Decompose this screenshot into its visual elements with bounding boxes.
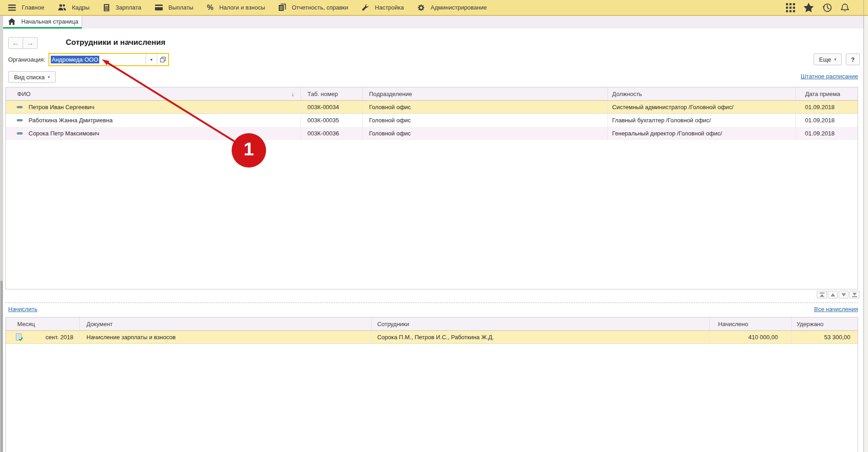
sort-descending-icon: ↓	[291, 91, 295, 97]
cell-fio: Работкина Жанна Дмитриевна	[6, 114, 301, 127]
menu-item-nastroyka[interactable]: Настройка	[362, 4, 404, 11]
cell-text: Сорока П.М., Петров И.С., Работкина Ж.Д.	[377, 334, 494, 341]
forward-button[interactable]: →	[23, 37, 38, 49]
help-button[interactable]: ?	[846, 53, 860, 65]
menu-item-otchetnost[interactable]: Отчетность, справки	[279, 4, 348, 11]
employee-state-icon	[17, 106, 23, 108]
column-header-month[interactable]: Месяц	[6, 317, 80, 330]
people-icon	[58, 4, 66, 11]
cell-text: Работкина Жанна Дмитриевна	[29, 117, 112, 124]
column-label: Месяц	[17, 321, 35, 327]
chevron-down-icon: ▾	[150, 57, 152, 62]
more-button[interactable]: Еще ▾	[814, 53, 842, 65]
panel-splitter[interactable]	[5, 303, 858, 303]
organization-dropdown-button[interactable]: ▾	[145, 54, 157, 65]
cell-withheld: 53 300,00	[792, 331, 858, 343]
cell-text: Головной офис	[369, 104, 411, 111]
tab-home-page[interactable]: Начальная страница	[2, 16, 82, 29]
cell-fio: Петров Иван Сергеевич	[6, 101, 301, 113]
menu-item-label: Администрирование	[431, 4, 487, 11]
employee-state-icon	[17, 132, 23, 135]
cell-position: Генеральный директор /Головной офис/	[608, 127, 796, 140]
organization-label: Организация:	[8, 56, 45, 63]
scroll-up-button[interactable]	[828, 291, 838, 298]
menu-item-zarplata[interactable]: Зарплата	[103, 4, 141, 11]
column-label: Подразделение	[369, 91, 412, 97]
cell-tab-no: 003К-00035	[301, 114, 363, 127]
wrench-icon	[362, 4, 369, 11]
cell-position: Системный администратор /Головной офис/	[608, 101, 796, 113]
cell-text: Главный бухгалтер /Головной офис/	[612, 117, 711, 124]
menu-right-icons	[786, 3, 859, 13]
hamburger-icon	[8, 5, 16, 11]
cell-text: Головной офис	[369, 117, 411, 124]
menu-item-label: Налоги и взносы	[219, 4, 265, 11]
cell-hire-date: 01.09.2018	[796, 127, 858, 140]
table-scroll-buttons	[817, 291, 859, 298]
cell-text: Генеральный директор /Головной офис/	[612, 130, 722, 137]
column-label: Дата приема	[805, 91, 840, 97]
cell-department: Головной офис	[363, 101, 607, 113]
organization-input[interactable]: Андромеда ООО	[49, 54, 145, 65]
column-header-withheld[interactable]: Удержано	[792, 317, 858, 330]
menu-item-kadry[interactable]: Кадры	[58, 4, 90, 11]
staffing-schedule-link[interactable]: Штатное расписание	[800, 73, 858, 80]
column-header-hire-date[interactable]: Дата приема	[796, 87, 858, 100]
organization-open-button[interactable]	[157, 54, 168, 65]
cell-text: 003К-00036	[307, 130, 339, 137]
scroll-to-top-button[interactable]	[817, 291, 827, 298]
table-row[interactable]: Петров Иван Сергеевич 003К-00034 Головно…	[6, 101, 858, 114]
back-button[interactable]: ←	[8, 37, 23, 49]
cell-tab-no: 003К-00036	[301, 127, 363, 140]
table-row[interactable]: сент. 2018 Начисление зарплаты и взносов…	[6, 331, 858, 344]
menu-item-nalogi[interactable]: % Налоги и взносы	[207, 4, 265, 11]
scroll-to-bottom-button[interactable]	[849, 291, 859, 298]
column-header-tab-no[interactable]: Таб. номер	[301, 87, 363, 100]
column-header-position[interactable]: Должность	[608, 87, 796, 100]
organization-field[interactable]: Андромеда ООО ▾	[48, 53, 169, 66]
menu-item-label: Настройка	[375, 4, 404, 11]
history-icon[interactable]	[822, 3, 832, 13]
column-header-department[interactable]: Подразделение	[363, 87, 607, 100]
cell-hire-date: 01.09.2018	[796, 101, 858, 113]
column-header-employees[interactable]: Сотрудники	[372, 317, 710, 330]
cell-text: сент. 2018	[45, 334, 73, 341]
document-posted-icon	[16, 333, 23, 341]
accrue-link[interactable]: Начислить	[8, 306, 37, 313]
back-arrow-icon: ←	[12, 39, 19, 47]
cell-department: Головной офис	[363, 127, 607, 140]
view-list-button[interactable]: Вид списка ▾	[8, 71, 56, 83]
calculator-icon	[103, 4, 110, 11]
table-row[interactable]: Работкина Жанна Дмитриевна 003К-00035 Го…	[6, 114, 858, 127]
cell-text: Системный администратор /Головной офис/	[612, 104, 734, 111]
cell-text: Головной офис	[369, 130, 411, 137]
column-label: Сотрудники	[377, 321, 409, 327]
right-edge-strip	[864, 16, 868, 452]
cell-text: 003К-00034	[307, 104, 339, 111]
menu-item-vyplaty[interactable]: Выплаты	[155, 4, 194, 11]
column-header-document[interactable]: Документ	[80, 317, 372, 330]
scroll-down-button[interactable]	[839, 291, 849, 298]
forward-arrow-icon: →	[27, 39, 34, 47]
apps-grid-icon[interactable]	[786, 3, 795, 12]
left-scrollbar-track[interactable]	[0, 16, 3, 452]
tab-bar: Начальная страница	[0, 16, 868, 29]
left-scrollbar-thumb[interactable]	[0, 281, 3, 452]
bell-icon[interactable]	[841, 3, 849, 12]
cell-position: Главный бухгалтер /Головной офис/	[608, 114, 796, 127]
column-header-accrued[interactable]: Начислено	[710, 317, 792, 330]
employee-state-icon	[17, 119, 23, 121]
cell-text: 003К-00035	[307, 117, 339, 124]
home-icon	[8, 18, 15, 25]
all-accruals-link[interactable]: Все начисления	[814, 306, 858, 313]
menu-item-administrirovanie[interactable]: Администрирование	[417, 4, 487, 11]
employees-table-header: ФИО ↓ Таб. номер Подразделение Должность…	[6, 87, 858, 101]
column-header-fio[interactable]: ФИО ↓	[6, 87, 301, 100]
cell-employees: Сорока П.М., Петров И.С., Работкина Ж.Д.	[372, 331, 710, 343]
cell-text: 01.09.2018	[805, 104, 834, 111]
menu-item-glavnoe[interactable]: Главное	[8, 4, 44, 11]
star-icon[interactable]	[804, 3, 814, 12]
more-button-label: Еще	[819, 56, 831, 63]
table-row[interactable]: Сорока Петр Максимович 003К-00036 Головн…	[6, 127, 858, 140]
cell-text: 410 000,00	[748, 334, 778, 341]
